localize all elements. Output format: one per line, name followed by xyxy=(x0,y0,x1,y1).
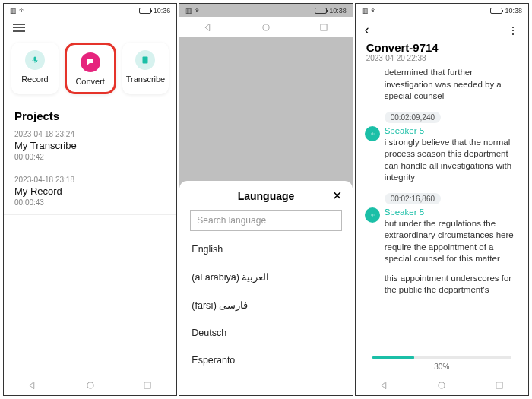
convert-label: Convert xyxy=(75,77,105,86)
nav-recent-icon[interactable] xyxy=(494,380,505,391)
status-bar: ▥ ᯤ 10:36 xyxy=(4,4,176,17)
page-subtitle: 2023-04-20 22:38 xyxy=(356,54,528,67)
back-icon[interactable]: ‹ xyxy=(365,22,369,38)
record-label: Record xyxy=(21,74,48,84)
phone-screen-transcript: ▥ ᯤ 10:38 ‹ ⋮ Convert-9714 2023-04-20 22… xyxy=(355,3,529,396)
search-input[interactable]: Search language xyxy=(190,210,341,231)
nav-home-icon[interactable] xyxy=(261,22,271,33)
page-title: Convert-9714 xyxy=(356,41,528,54)
utterance-text: determined that further investigation wa… xyxy=(385,67,518,103)
svg-rect-9 xyxy=(496,382,502,388)
sheet-title: Launguage xyxy=(238,190,295,202)
project-duration: 00:00:42 xyxy=(14,153,166,161)
phone-screen-language: ▥ ᯤ 10:38 Launguage ✕ Search language En… xyxy=(179,3,353,396)
phone-screen-home: ▥ ᯤ 10:36 Record Convert Transcribe xyxy=(3,3,177,396)
nav-back-icon[interactable] xyxy=(27,380,38,391)
svg-point-4 xyxy=(263,24,269,30)
android-nav-bar xyxy=(4,375,176,395)
utterance-text: this appointment underscores for the pub… xyxy=(366,273,518,296)
action-row: Record Convert Transcribe xyxy=(4,38,176,103)
status-bar: ▥ ᯤ 10:38 xyxy=(356,4,528,17)
project-duration: 00:00:43 xyxy=(14,198,166,207)
projects-heading: Projects xyxy=(4,103,176,124)
wifi-icon: ᯤ xyxy=(371,7,378,14)
progress-label: 30% xyxy=(372,363,511,371)
speaker-label: Speaker 5 xyxy=(385,207,518,217)
battery-icon xyxy=(315,8,327,14)
project-name: My Transcribe xyxy=(14,140,166,151)
project-item[interactable]: 2023-04-18 23:24 My Transcribe 00:00:42 xyxy=(4,124,176,169)
language-option[interactable]: (fārsī) فارسی xyxy=(190,291,341,319)
svg-point-8 xyxy=(439,382,445,388)
project-item[interactable]: 2023-04-18 23:18 My Record 00:00:43 xyxy=(4,169,176,215)
wifi-icon: ᯤ xyxy=(195,7,201,14)
transcribe-label: Transcribe xyxy=(126,74,166,84)
language-option[interactable]: Esperanto xyxy=(190,347,341,374)
language-option[interactable]: (al arabiya) العربية xyxy=(190,263,341,291)
signal-icon: ▥ xyxy=(185,7,192,14)
project-date: 2023-04-18 23:24 xyxy=(14,130,166,138)
close-icon[interactable]: ✕ xyxy=(332,190,342,202)
svg-rect-1 xyxy=(143,56,148,63)
utterance-text: i strongly believe that the normal proce… xyxy=(385,137,518,184)
language-list: English (al arabiya) العربية (fārsī) فار… xyxy=(190,236,341,395)
status-bar: ▥ ᯤ 10:38 xyxy=(179,4,352,17)
play-icon[interactable] xyxy=(365,126,380,141)
utterance-text: but under the regulations the extraordin… xyxy=(385,218,518,265)
speaker-label: Speaker 5 xyxy=(385,126,518,135)
project-name: My Record xyxy=(14,185,166,197)
language-sheet: Launguage ✕ Search language English (al … xyxy=(179,181,352,395)
transcript-block: Speaker 5 i strongly believe that the no… xyxy=(366,126,518,184)
language-option[interactable]: English xyxy=(190,236,341,263)
nav-home-icon[interactable] xyxy=(85,380,96,391)
svg-rect-0 xyxy=(33,56,36,61)
nav-recent-icon[interactable] xyxy=(142,380,153,391)
battery-icon xyxy=(490,8,502,14)
record-button[interactable]: Record xyxy=(11,43,59,94)
convert-icon xyxy=(81,52,100,72)
signal-icon: ▥ xyxy=(362,7,369,14)
battery-icon xyxy=(139,8,151,14)
transcript-body: determined that further investigation wa… xyxy=(356,67,528,348)
nav-back-icon[interactable] xyxy=(203,22,214,33)
signal-icon: ▥ xyxy=(10,7,17,14)
android-nav-bar xyxy=(179,17,352,37)
mic-icon xyxy=(25,50,45,70)
wifi-icon: ᯤ xyxy=(19,7,26,14)
status-time: 10:38 xyxy=(329,7,347,14)
convert-button[interactable]: Convert xyxy=(65,43,116,94)
svg-rect-5 xyxy=(321,24,327,30)
nav-home-icon[interactable] xyxy=(436,380,447,391)
menu-icon[interactable] xyxy=(13,24,25,32)
nav-recent-icon[interactable] xyxy=(318,22,329,33)
language-option[interactable]: Deutsch xyxy=(190,319,341,347)
progress-bar: 30% xyxy=(356,348,528,375)
timestamp-chip: 00:02:09,240 xyxy=(385,112,441,123)
nav-back-icon[interactable] xyxy=(379,380,390,391)
more-icon[interactable]: ⋮ xyxy=(508,24,519,36)
play-icon[interactable] xyxy=(365,207,380,223)
project-date: 2023-04-18 23:18 xyxy=(14,176,166,184)
transcribe-button[interactable]: Transcribe xyxy=(122,43,169,94)
transcribe-icon xyxy=(135,50,155,70)
transcript-block: Speaker 5 but under the regulations the … xyxy=(366,207,518,265)
svg-point-2 xyxy=(87,382,93,388)
status-time: 10:38 xyxy=(505,7,522,14)
timestamp-chip: 00:02:16,860 xyxy=(385,193,441,204)
status-time: 10:36 xyxy=(154,7,171,14)
android-nav-bar xyxy=(356,375,528,395)
svg-rect-3 xyxy=(144,382,150,388)
